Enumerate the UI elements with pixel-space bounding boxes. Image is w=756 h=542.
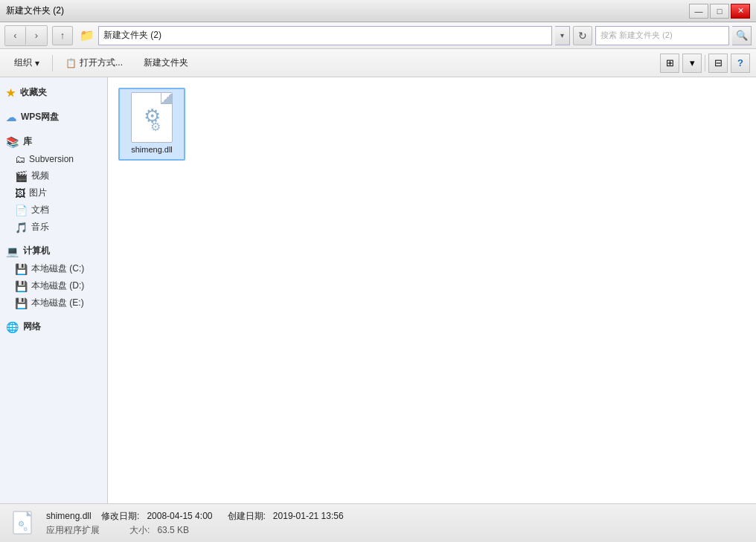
status-type: 应用程序扩展 [46, 525, 100, 535]
status-created-label: 创建日期: [228, 511, 266, 521]
sidebar-header-network[interactable]: 🌐 网络 [0, 317, 107, 336]
svg-text:⚙: ⚙ [23, 526, 28, 532]
minimize-button[interactable]: — [689, 4, 708, 19]
sidebar-library-section: 📚 库 🗂 Subversion 🎬 视频 🖼 图片 📄 文档 🎵 音乐 [0, 132, 107, 236]
drive-c-icon: 💾 [15, 263, 28, 275]
sidebar-network-label: 网络 [23, 320, 41, 333]
sidebar-item-music[interactable]: 🎵 音乐 [0, 219, 107, 236]
file-grid: ⚙ ⚙ shimeng.dll [115, 85, 749, 164]
status-created-date: 2019-01-21 13:56 [273, 511, 344, 521]
cloud-icon: ☁ [6, 112, 16, 123]
nav-buttons: ‹ › [4, 25, 48, 46]
maximize-button[interactable]: □ [710, 4, 729, 19]
sidebar-drive-e-label: 本地磁盘 (E:) [31, 297, 84, 309]
status-size: 63.5 KB [157, 525, 189, 535]
file-item-shimeng[interactable]: ⚙ ⚙ shimeng.dll [118, 88, 185, 161]
refresh-button[interactable]: ↻ [573, 26, 592, 45]
new-folder-label: 新建文件夹 [144, 57, 188, 69]
sidebar-drive-d-label: 本地磁盘 (D:) [31, 280, 84, 292]
open-with-button[interactable]: 📋 打开方式... [57, 53, 131, 74]
organize-arrow: ▾ [35, 58, 39, 68]
file-icon-shimeng: ⚙ ⚙ [128, 94, 176, 141]
sidebar-music-label: 音乐 [31, 221, 49, 233]
search-button[interactable]: 🔍 [732, 26, 752, 45]
pane-button[interactable]: ⊟ [708, 54, 728, 73]
sidebar-wps-section: ☁ WPS网盘 [0, 108, 107, 126]
music-icon: 🎵 [15, 222, 28, 233]
sidebar-computer-label: 计算机 [23, 245, 50, 257]
sidebar-favorites-label: 收藏夹 [20, 86, 47, 99]
sidebar-header-library[interactable]: 📚 库 [0, 132, 107, 151]
video-icon: 🎬 [15, 170, 28, 182]
toolbar-separator [52, 55, 53, 71]
sidebar-library-label: 库 [23, 135, 32, 148]
sidebar-wps-label: WPS网盘 [21, 111, 59, 123]
sidebar-documents-label: 文档 [31, 204, 49, 216]
library-icon: 📚 [6, 136, 19, 148]
dll-icon: ⚙ ⚙ [131, 92, 173, 143]
sidebar-pictures-label: 图片 [29, 187, 47, 199]
title-bar-title: 新建文件夹 (2) [6, 4, 64, 17]
star-icon: ★ [6, 87, 16, 99]
sidebar-video-label: 视频 [31, 170, 49, 182]
toolbar-right: ⊞ ▾ ⊟ ? [660, 54, 750, 73]
view-dropdown[interactable]: ▾ [682, 54, 702, 73]
sidebar-item-pictures[interactable]: 🖼 图片 [0, 184, 107, 201]
file-name-shimeng: shimeng.dll [131, 144, 173, 155]
sidebar-header-computer[interactable]: 💻 计算机 [0, 242, 107, 260]
sidebar-computer-section: 💻 计算机 💾 本地磁盘 (C:) 💾 本地磁盘 (D:) 💾 本地磁盘 (E:… [0, 242, 107, 312]
sidebar-item-drive-d[interactable]: 💾 本地磁盘 (D:) [0, 277, 107, 294]
main-area: ★ 收藏夹 ☁ WPS网盘 📚 库 🗂 Subversion 🎬 视频 [0, 77, 756, 503]
organize-label: 组织 [14, 57, 32, 69]
status-bar: ⚙ ⚙ shimeng.dll 修改日期: 2008-04-15 4:00 创建… [0, 503, 756, 542]
sidebar-item-documents[interactable]: 📄 文档 [0, 201, 107, 219]
drive-e-icon: 💾 [15, 297, 28, 309]
status-icon: ⚙ ⚙ [9, 509, 39, 538]
network-icon: 🌐 [6, 321, 19, 333]
close-button[interactable]: ✕ [731, 4, 750, 19]
help-button[interactable]: ? [731, 54, 750, 73]
sidebar-item-video[interactable]: 🎬 视频 [0, 167, 107, 184]
documents-icon: 📄 [15, 204, 28, 216]
toolbar-separator-2 [705, 55, 705, 71]
organize-button[interactable]: 组织 ▾ [6, 53, 48, 74]
status-info: shimeng.dll 修改日期: 2008-04-15 4:00 创建日期: … [46, 510, 344, 537]
address-input[interactable]: 新建文件夹 (2) [98, 26, 552, 45]
up-button[interactable]: ↑ [52, 26, 73, 45]
forward-button[interactable]: › [26, 26, 47, 45]
status-modified-label: 修改日期: [101, 511, 139, 521]
title-bar: 新建文件夹 (2) — □ ✕ [0, 0, 756, 22]
status-size-label: 大小: [129, 525, 150, 535]
address-text: 新建文件夹 (2) [103, 29, 161, 42]
status-line-1: shimeng.dll 修改日期: 2008-04-15 4:00 创建日期: … [46, 510, 344, 523]
open-with-icon: 📋 [65, 58, 77, 68]
computer-icon: 💻 [6, 245, 19, 257]
toolbar: 组织 ▾ 📋 打开方式... 新建文件夹 ⊞ ▾ ⊟ ? [0, 49, 756, 77]
back-button[interactable]: ‹ [5, 26, 26, 45]
new-folder-button[interactable]: 新建文件夹 [135, 53, 196, 74]
search-placeholder: 搜索 新建文件夹 (2) [600, 30, 673, 41]
status-modified-date: 2008-04-15 4:00 [147, 511, 212, 521]
subversion-icon: 🗂 [15, 153, 25, 165]
status-line-2: 应用程序扩展 大小: 63.5 KB [46, 524, 344, 537]
sidebar-item-drive-c[interactable]: 💾 本地磁盘 (C:) [0, 260, 107, 277]
folder-icon: 📁 [79, 28, 95, 44]
drive-d-icon: 💾 [15, 280, 28, 292]
sidebar-subversion-label: Subversion [29, 154, 74, 164]
view-button[interactable]: ⊞ [660, 54, 679, 73]
sidebar-item-drive-e[interactable]: 💾 本地磁盘 (E:) [0, 294, 107, 312]
address-bar: ‹ › ↑ 📁 新建文件夹 (2) ▾ ↻ 搜索 新建文件夹 (2) 🔍 [0, 22, 756, 49]
sidebar-header-wps[interactable]: ☁ WPS网盘 [0, 108, 107, 126]
title-bar-controls: — □ ✕ [689, 4, 750, 19]
search-box[interactable]: 搜索 新建文件夹 (2) [595, 26, 729, 45]
sidebar-header-favorites[interactable]: ★ 收藏夹 [0, 83, 107, 102]
address-dropdown[interactable]: ▾ [555, 26, 570, 45]
file-pane[interactable]: ⚙ ⚙ shimeng.dll [108, 77, 756, 503]
sidebar-network-section: 🌐 网络 [0, 317, 107, 336]
sidebar: ★ 收藏夹 ☁ WPS网盘 📚 库 🗂 Subversion 🎬 视频 [0, 77, 108, 503]
sidebar-item-subversion[interactable]: 🗂 Subversion [0, 151, 107, 167]
sidebar-drive-c-label: 本地磁盘 (C:) [31, 262, 84, 275]
gear-overlay: ⚙ ⚙ [143, 106, 161, 133]
sidebar-favorites-section: ★ 收藏夹 [0, 83, 107, 102]
open-with-label: 打开方式... [80, 57, 123, 69]
